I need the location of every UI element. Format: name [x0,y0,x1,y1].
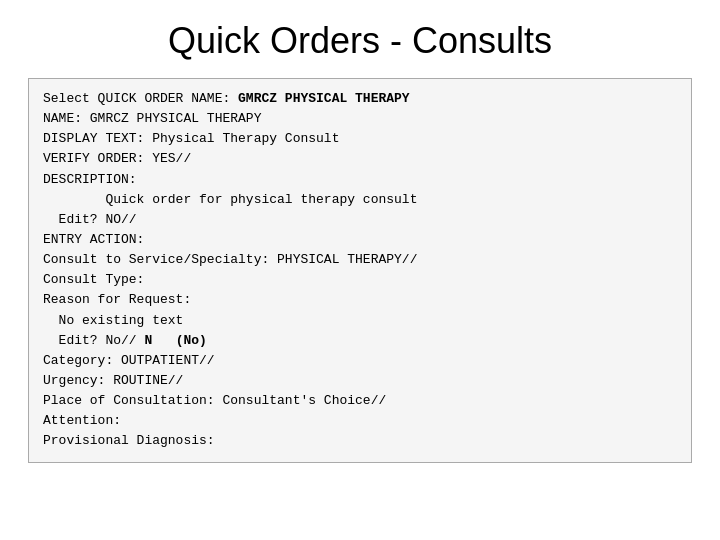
terminal-content-box: Select QUICK ORDER NAME: GMRCZ PHYSICAL … [28,78,692,463]
page-title: Quick Orders - Consults [0,0,720,78]
terminal-output: Select QUICK ORDER NAME: GMRCZ PHYSICAL … [43,89,677,452]
line1: Select QUICK ORDER NAME: GMRCZ PHYSICAL … [43,91,417,448]
